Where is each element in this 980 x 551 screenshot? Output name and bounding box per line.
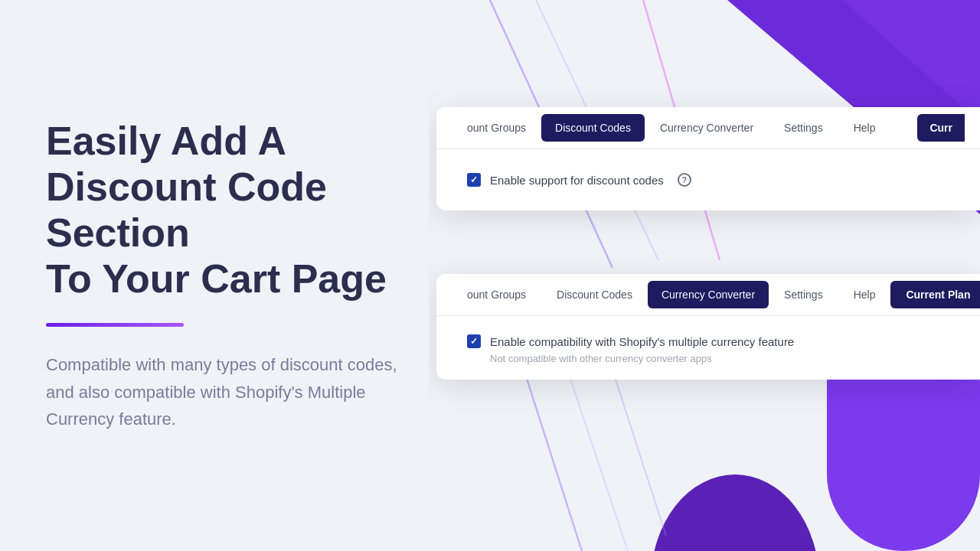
sub-text: Compatible with many types of discount c… (46, 351, 429, 432)
nav-item-currency-top[interactable]: Currency Converter (645, 109, 769, 146)
checkbox-row-bottom: ✓ Enable compatibility with Shopify's mu… (467, 334, 949, 348)
cta-button-top[interactable]: Curr (917, 114, 965, 142)
cta-button-bottom[interactable]: Current Plan (890, 281, 980, 308)
checkbox-label-bottom: Enable compatibility with Shopify's mult… (490, 335, 794, 348)
nav-bar-top: ount Groups Discount Codes Currency Conv… (436, 107, 980, 149)
card-content-bottom: ✓ Enable compatibility with Shopify's mu… (436, 316, 980, 380)
nav-item-settings-bottom[interactable]: Settings (769, 276, 838, 313)
nav-item-settings-top[interactable]: Settings (769, 109, 838, 146)
checkbox-row-top: ✓ Enable support for discount codes ? (467, 173, 691, 187)
nav-item-discount-top[interactable]: Discount Codes (541, 114, 645, 142)
ui-card-top: ount Groups Discount Codes Currency Conv… (436, 107, 980, 210)
help-icon-top[interactable]: ? (678, 173, 691, 187)
card-content-top: ✓ Enable support for discount codes ? (436, 149, 980, 210)
nav-item-help-top[interactable]: Help (838, 109, 891, 146)
right-panel: ount Groups Discount Codes Currency Conv… (429, 0, 980, 551)
main-heading: Easily Add A Discount Code Section To Yo… (46, 119, 429, 302)
nav-bar-bottom: ount Groups Discount Codes Currency Conv… (436, 274, 980, 316)
left-panel: Easily Add A Discount Code Section To Yo… (0, 0, 475, 551)
nav-item-help-bottom[interactable]: Help (838, 276, 891, 313)
nav-item-discount-bottom[interactable]: Discount Codes (541, 276, 648, 313)
heading-divider (46, 323, 184, 327)
sub-note: Not compatible with other currency conve… (467, 353, 949, 364)
ui-card-bottom: ount Groups Discount Codes Currency Conv… (436, 274, 980, 380)
nav-item-currency-bottom[interactable]: Currency Converter (648, 281, 769, 308)
checkbox-label-top: Enable support for discount codes (490, 174, 664, 187)
